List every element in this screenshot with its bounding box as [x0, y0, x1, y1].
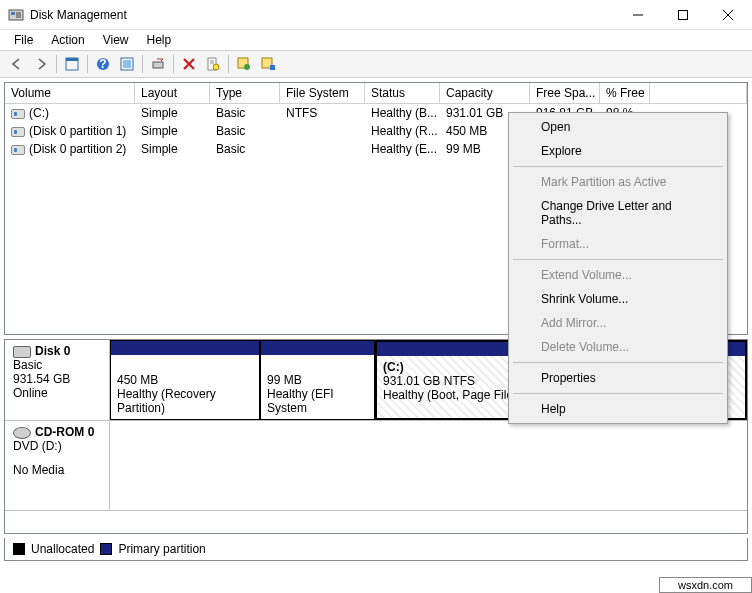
disk-name: Disk 0: [35, 344, 70, 358]
forward-button[interactable]: [30, 53, 52, 75]
ctx-shrink[interactable]: Shrink Volume...: [511, 287, 725, 311]
app-icon: [8, 7, 24, 23]
new-volume-button[interactable]: [233, 53, 255, 75]
titlebar: Disk Management: [0, 0, 752, 30]
context-menu: Open Explore Mark Partition as Active Ch…: [508, 112, 728, 424]
volume-name: (Disk 0 partition 1): [29, 124, 126, 138]
volume-list-header: Volume Layout Type File System Status Ca…: [5, 83, 747, 104]
drive-icon: [11, 127, 25, 137]
menu-view[interactable]: View: [95, 31, 137, 49]
menu-action[interactable]: Action: [43, 31, 92, 49]
col-layout[interactable]: Layout: [135, 83, 210, 103]
drive-icon: [11, 145, 25, 155]
cdrom-type: DVD (D:): [13, 439, 101, 453]
unallocated-swatch: [13, 543, 25, 555]
menu-file[interactable]: File: [6, 31, 41, 49]
svg-text:?: ?: [99, 57, 106, 71]
svg-rect-1: [11, 12, 15, 15]
col-percent-free[interactable]: % Free: [600, 83, 650, 103]
delete-button[interactable]: [178, 53, 200, 75]
partition-efi[interactable]: 99 MB Healthy (EFI System: [260, 340, 375, 420]
ctx-format: Format...: [511, 232, 725, 256]
volume-name: (Disk 0 partition 2): [29, 142, 126, 156]
menubar: File Action View Help: [0, 30, 752, 50]
footer-label: wsxdn.com: [659, 577, 752, 593]
ctx-delete: Delete Volume...: [511, 335, 725, 359]
window-title: Disk Management: [30, 8, 615, 22]
menu-help[interactable]: Help: [139, 31, 180, 49]
cdrom-icon: [13, 427, 31, 439]
partition-recovery[interactable]: 450 MB Healthy (Recovery Partition): [110, 340, 260, 420]
ctx-extend: Extend Volume...: [511, 263, 725, 287]
disk-status: Online: [13, 386, 101, 400]
disk-info[interactable]: Disk 0 Basic 931.54 GB Online: [5, 340, 110, 420]
rescan-button[interactable]: [147, 53, 169, 75]
ctx-help[interactable]: Help: [511, 397, 725, 421]
ctx-open[interactable]: Open: [511, 115, 725, 139]
volume-name: (C:): [29, 106, 49, 120]
legend-primary: Primary partition: [118, 542, 205, 556]
primary-swatch: [100, 543, 112, 555]
col-volume[interactable]: Volume: [5, 83, 135, 103]
disk-icon: [13, 346, 31, 358]
partition-status: Healthy (EFI System: [267, 387, 368, 415]
svg-rect-12: [123, 60, 131, 68]
cdrom-name: CD-ROM 0: [35, 425, 94, 439]
disk-row: CD-ROM 0 DVD (D:) No Media: [5, 421, 747, 511]
ctx-change-letter[interactable]: Change Drive Letter and Paths...: [511, 194, 725, 232]
ctx-properties[interactable]: Properties: [511, 366, 725, 390]
close-button[interactable]: [705, 0, 750, 29]
refresh-button[interactable]: [116, 53, 138, 75]
svg-rect-21: [270, 65, 275, 70]
drive-icon: [11, 109, 25, 119]
svg-rect-13: [153, 62, 163, 68]
col-capacity[interactable]: Capacity: [440, 83, 530, 103]
settings-button[interactable]: [257, 53, 279, 75]
col-free-space[interactable]: Free Spa...: [530, 83, 600, 103]
ctx-mirror: Add Mirror...: [511, 311, 725, 335]
col-spacer: [650, 83, 747, 103]
ctx-mark-active: Mark Partition as Active: [511, 170, 725, 194]
ctx-explore[interactable]: Explore: [511, 139, 725, 163]
legend-unallocated: Unallocated: [31, 542, 94, 556]
properties-button[interactable]: [202, 53, 224, 75]
svg-point-17: [213, 64, 219, 70]
svg-point-19: [244, 64, 250, 70]
svg-rect-2: [16, 12, 21, 18]
col-type[interactable]: Type: [210, 83, 280, 103]
col-filesystem[interactable]: File System: [280, 83, 365, 103]
toolbar: ?: [0, 50, 752, 78]
cdrom-status: No Media: [13, 463, 101, 477]
col-status[interactable]: Status: [365, 83, 440, 103]
svg-rect-8: [66, 58, 78, 61]
svg-rect-4: [678, 10, 687, 19]
back-button[interactable]: [6, 53, 28, 75]
legend: Unallocated Primary partition: [4, 538, 748, 561]
maximize-button[interactable]: [660, 0, 705, 29]
disk-size: 931.54 GB: [13, 372, 101, 386]
partition-size: 99 MB: [267, 373, 368, 387]
partition-status: Healthy (Recovery Partition): [117, 387, 253, 415]
cdrom-info[interactable]: CD-ROM 0 DVD (D:) No Media: [5, 421, 110, 510]
minimize-button[interactable]: [615, 0, 660, 29]
help-button[interactable]: ?: [92, 53, 114, 75]
view-button[interactable]: [61, 53, 83, 75]
disk-type: Basic: [13, 358, 101, 372]
partition-size: 450 MB: [117, 373, 253, 387]
